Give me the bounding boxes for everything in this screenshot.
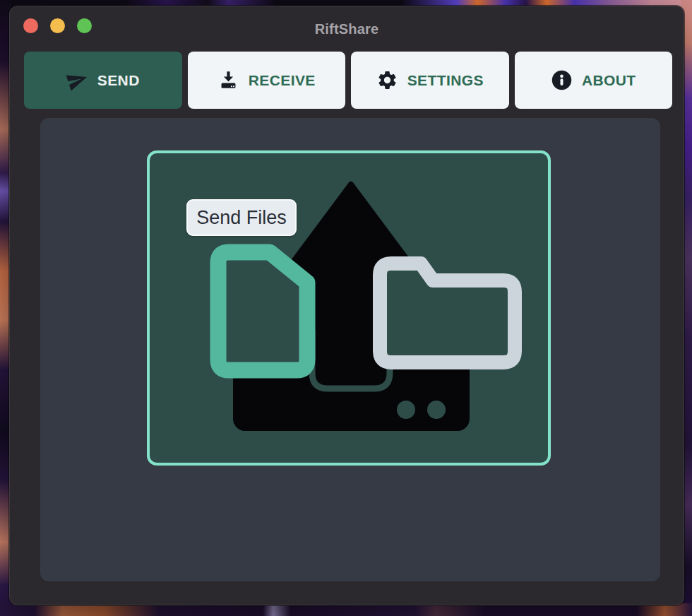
tab-receive[interactable]: RECEIVE — [188, 52, 346, 109]
drive-led-dot — [397, 401, 415, 419]
title-bar: RiftShare — [10, 6, 684, 52]
content-panel: Send Files — [40, 118, 660, 581]
folder-icon — [380, 263, 515, 362]
riftshare-window: RiftShare SEND RECEIVE SETTINGS — [9, 6, 684, 605]
close-button[interactable] — [23, 18, 38, 33]
tab-receive-label: RECEIVE — [249, 72, 316, 89]
paper-plane-icon — [66, 69, 88, 91]
minimize-button[interactable] — [50, 18, 65, 33]
traffic-lights — [23, 18, 92, 33]
tab-send[interactable]: SEND — [24, 52, 182, 109]
download-tray-icon — [217, 69, 239, 91]
drive-led-dot — [427, 401, 446, 419]
tab-settings-label: SETTINGS — [407, 72, 484, 89]
tab-about-label: ABOUT — [582, 72, 636, 89]
send-files-label: Send Files — [186, 199, 297, 236]
file-drop-zone[interactable]: Send Files — [147, 150, 551, 466]
tab-settings[interactable]: SETTINGS — [351, 52, 509, 109]
window-title: RiftShare — [315, 21, 379, 37]
tab-about[interactable]: ABOUT — [515, 52, 673, 109]
gear-icon — [376, 69, 398, 91]
tab-bar: SEND RECEIVE SETTINGS ABOUT — [10, 52, 684, 109]
zoom-button[interactable] — [77, 18, 92, 33]
info-circle-icon — [551, 69, 573, 91]
file-icon — [218, 252, 307, 370]
tab-send-label: SEND — [97, 72, 140, 89]
